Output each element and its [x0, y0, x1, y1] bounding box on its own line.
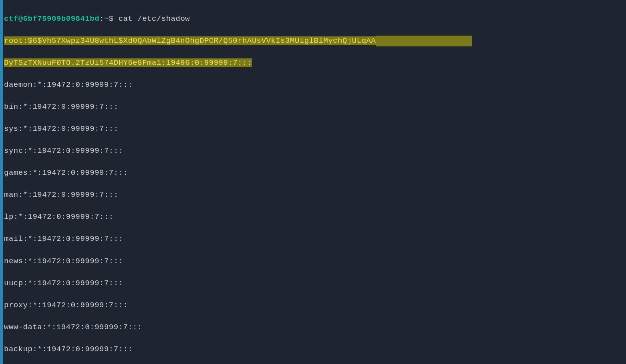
output-line: news:*:19472:0:99999:7::: [4, 256, 625, 267]
output-line: games:*:19472:0:99999:7::: [4, 168, 625, 179]
output-line: lp:*:19472:0:99999:7::: [4, 212, 625, 223]
output-line: sys:*:19472:0:99999:7::: [4, 124, 625, 135]
command-line: ctf@6bf75909b09841bd:~$ cat /etc/shadow [4, 14, 625, 25]
output-line: daemon:*:19472:0:99999:7::: [4, 80, 625, 91]
prompt-separator: : [99, 14, 104, 23]
output-line: mail:*:19472:0:99999:7::: [4, 234, 625, 245]
prompt-user-host: ctf@6bf75909b09841bd [4, 14, 99, 23]
prompt-path: ~ [104, 14, 109, 23]
output-line: uucp:*:19472:0:99999:7::: [4, 278, 625, 289]
output-line: bin:*:19472:0:99999:7::: [4, 102, 625, 113]
typed-command: cat /etc/shadow [119, 14, 190, 23]
output-highlighted-root-2: DyTSzTXNuuF0TO.2TzUi574DHY6e8Fma1:19496:… [4, 58, 625, 69]
terminal[interactable]: ctf@6bf75909b09841bd:~$ cat /etc/shadow … [4, 2, 625, 364]
output-highlighted-root-1: root:$6$Vh57Xwpz34U8wthL$Xd0QAbWlZgB4nOh… [4, 36, 625, 47]
output-line: sync:*:19472:0:99999:7::: [4, 146, 625, 157]
output-line: man:*:19472:0:99999:7::: [4, 190, 625, 201]
prompt-symbol: $ [109, 14, 114, 23]
output-line: proxy:*:19472:0:99999:7::: [4, 300, 625, 311]
output-line: www-data:*:19472:0:99999:7::: [4, 322, 625, 333]
output-line: backup:*:19472:0:99999:7::: [4, 344, 625, 355]
